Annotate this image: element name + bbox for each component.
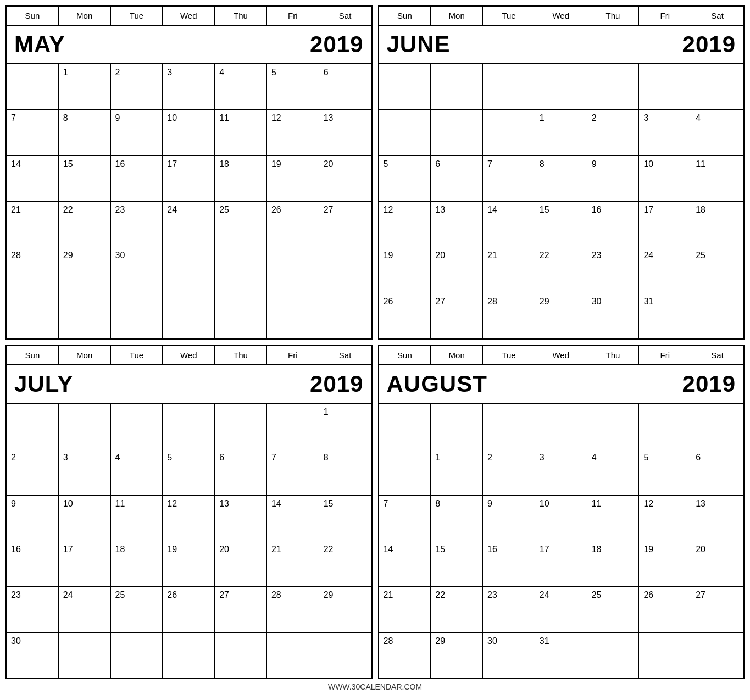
day-header-wed: Wed <box>535 7 587 25</box>
day-header-sat: Sat <box>319 346 371 364</box>
day-cell <box>431 110 483 155</box>
day-cell: 21 <box>7 202 59 247</box>
day-cell: 18 <box>111 541 163 586</box>
weeks-grid: 1234567891011121314151617181920212223242… <box>7 404 371 678</box>
day-cell: 29 <box>59 247 111 292</box>
day-header-fri: Fri <box>267 7 319 25</box>
day-cell: 29 <box>535 293 587 338</box>
day-cell <box>267 247 319 292</box>
month-year-row: JUNE2019 <box>379 26 744 64</box>
day-cell <box>59 293 111 338</box>
day-cell: 3 <box>639 110 691 155</box>
day-cell: 14 <box>7 156 59 201</box>
day-cell: 13 <box>431 202 483 247</box>
day-cell <box>691 64 743 109</box>
day-cell: 23 <box>587 247 640 292</box>
week-row: 567891011 <box>379 155 744 201</box>
day-cell: 27 <box>215 587 267 632</box>
day-cell: 19 <box>379 247 431 292</box>
day-cell <box>215 293 267 338</box>
day-cell: 10 <box>163 110 215 155</box>
day-cell: 26 <box>267 202 319 247</box>
day-cell: 14 <box>267 496 319 541</box>
week-row: 23242526272829 <box>7 586 371 632</box>
day-cell <box>319 247 371 292</box>
day-cell <box>431 404 483 449</box>
day-cell: 17 <box>639 202 691 247</box>
day-header-fri: Fri <box>639 7 691 25</box>
week-row: 14151617181920 <box>7 155 371 201</box>
day-cell: 16 <box>483 541 535 586</box>
day-cell: 12 <box>639 496 691 541</box>
day-cell <box>215 247 267 292</box>
year-name: 2019 <box>310 31 363 58</box>
month-name: JUNE <box>387 31 451 58</box>
day-cell: 10 <box>59 496 111 541</box>
day-cell: 25 <box>215 202 267 247</box>
day-header-thu: Thu <box>587 7 640 25</box>
day-header-sat: Sat <box>319 7 371 25</box>
day-cell: 23 <box>483 587 535 632</box>
day-cell: 23 <box>7 587 59 632</box>
day-header-tue: Tue <box>111 7 163 25</box>
week-row: 78910111213 <box>7 109 371 155</box>
day-cell: 30 <box>7 633 59 678</box>
day-cell <box>691 404 743 449</box>
day-cell <box>639 64 691 109</box>
week-row: 14151617181920 <box>379 541 744 586</box>
year-name: 2019 <box>310 371 363 397</box>
day-cell: 22 <box>431 587 483 632</box>
week-row: 123456 <box>379 449 744 495</box>
day-cell: 13 <box>319 110 371 155</box>
day-cell: 7 <box>267 449 319 495</box>
day-header-thu: Thu <box>215 7 267 25</box>
day-cell: 7 <box>483 156 535 201</box>
day-cell <box>379 404 431 449</box>
day-header-sun: Sun <box>379 7 431 25</box>
week-row: 262728293031 <box>379 293 744 338</box>
day-cell: 22 <box>59 202 111 247</box>
week-row: 2345678 <box>7 449 371 495</box>
day-cell: 2 <box>111 64 163 109</box>
day-cell: 4 <box>587 449 640 495</box>
day-cell: 11 <box>587 496 640 541</box>
day-cell: 5 <box>379 156 431 201</box>
day-cell: 6 <box>215 449 267 495</box>
day-cell <box>431 64 483 109</box>
day-headers: SunMonTueWedThuFriSat <box>379 346 744 365</box>
day-cell: 10 <box>639 156 691 201</box>
day-cell: 9 <box>7 496 59 541</box>
day-cell: 23 <box>111 202 163 247</box>
day-cell: 21 <box>267 541 319 586</box>
day-cell: 26 <box>163 587 215 632</box>
day-cell: 1 <box>59 64 111 109</box>
day-cell <box>215 633 267 678</box>
day-cell: 7 <box>379 496 431 541</box>
day-cell: 27 <box>431 293 483 338</box>
day-header-tue: Tue <box>483 7 535 25</box>
day-header-sun: Sun <box>379 346 431 364</box>
day-cell: 15 <box>535 202 587 247</box>
day-cell: 11 <box>111 496 163 541</box>
day-header-wed: Wed <box>535 346 587 364</box>
day-cell: 1 <box>535 110 587 155</box>
day-cell: 21 <box>483 247 535 292</box>
day-cell: 13 <box>691 496 743 541</box>
day-header-fri: Fri <box>267 346 319 364</box>
calendars-grid: SunMonTueWedThuFriSatMAY2019123456789101… <box>5 5 745 679</box>
day-cell: 1 <box>319 404 371 449</box>
day-cell: 28 <box>379 633 431 678</box>
day-cell: 28 <box>267 587 319 632</box>
day-cell: 25 <box>587 587 640 632</box>
day-cell <box>319 293 371 338</box>
day-cell: 25 <box>691 247 743 292</box>
day-header-sat: Sat <box>691 7 743 25</box>
day-header-mon: Mon <box>431 346 483 364</box>
day-cell <box>535 404 587 449</box>
week-row: 282930 <box>7 247 371 292</box>
day-cell: 12 <box>379 202 431 247</box>
day-cell <box>483 404 535 449</box>
day-cell: 15 <box>59 156 111 201</box>
day-cell <box>691 293 743 338</box>
weeks-grid: 1234567891011121314151617181920212223242… <box>379 404 744 678</box>
